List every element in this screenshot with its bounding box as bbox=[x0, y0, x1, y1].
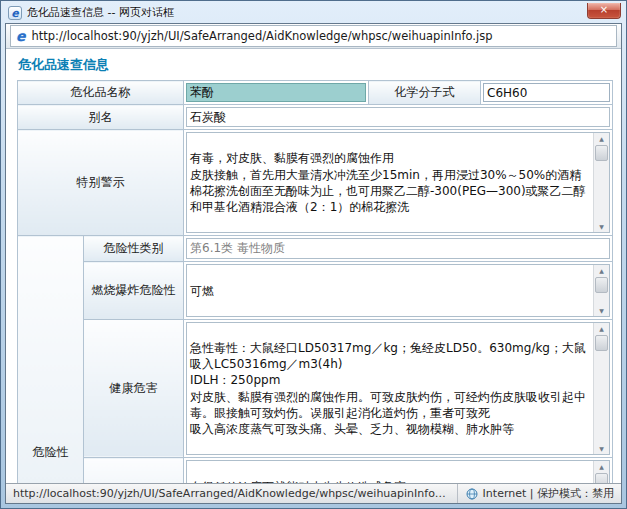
ie-icon: e bbox=[16, 29, 26, 43]
name-input[interactable] bbox=[186, 83, 366, 102]
table-row: 别名 石炭酸 bbox=[18, 105, 613, 130]
page-content: 危化品速查信息 危化品名称 化学分子式 别名 bbox=[6, 49, 621, 483]
health-text[interactable]: 急性毒性：大鼠经口LD50317mg／kg；兔经皮LD50。630mg/kg；大… bbox=[186, 322, 610, 456]
address-field[interactable]: e http://localhost:90/yjzh/UI/SafeArrang… bbox=[10, 25, 617, 47]
status-bar: http://localhost:90/yjzh/UI/SafeArranged… bbox=[6, 483, 621, 503]
environment-value: 在很低的浓度下就能对水生生物造成危害 在土壤中，只要2-5天时间就可完全降解 2… bbox=[190, 480, 406, 483]
vertical-scrollbar[interactable]: ▲▼ bbox=[593, 265, 609, 316]
vertical-scrollbar[interactable]: ▲▼ bbox=[593, 133, 609, 232]
explosion-label: 燃烧爆炸危险性 bbox=[84, 262, 184, 320]
scrollbar-thumb[interactable] bbox=[595, 145, 608, 161]
special-warning-label: 特别警示 bbox=[18, 130, 184, 236]
table-row: 特别警示 有毒，对皮肤、黏膜有强烈的腐蚀作用 皮肤接触，首先用大量清水冲洗至少1… bbox=[18, 130, 613, 236]
explosion-text[interactable]: 可燃 ▲▼ bbox=[186, 264, 610, 317]
table-row: 危化品名称 化学分子式 bbox=[18, 81, 613, 105]
window-title: 危化品速查信息 -- 网页对话框 bbox=[27, 5, 582, 20]
dialog-window: e 危化品速查信息 -- 网页对话框 × e http://localhost:… bbox=[0, 0, 627, 509]
browser-frame: e http://localhost:90/yjzh/UI/SafeArrang… bbox=[5, 23, 622, 504]
special-warning-value: 有毒，对皮肤、黏膜有强烈的腐蚀作用 皮肤接触，首先用大量清水冲洗至少15min，… bbox=[190, 151, 586, 214]
table-row: 环境影响 在很低的浓度下就能对水生生物造成危害 在土壤中，只要2-5天时间就可完… bbox=[18, 458, 613, 483]
page-heading: 危化品速查信息 bbox=[17, 53, 613, 80]
scrollbar-thumb[interactable] bbox=[595, 335, 608, 351]
scroll-up-icon[interactable]: ▲ bbox=[599, 323, 604, 334]
dialog-icon: e bbox=[8, 6, 22, 20]
health-label: 健康危害 bbox=[84, 319, 184, 458]
info-table: 危化品名称 化学分子式 别名 石炭酸 特别警示 bbox=[17, 80, 613, 483]
status-zone[interactable]: Internet | 保护模式：禁用 bbox=[457, 484, 614, 503]
address-url: http://localhost:90/yjzh/UI/SafeArranged… bbox=[32, 29, 493, 43]
titlebar[interactable]: e 危化品速查信息 -- 网页对话框 × bbox=[1, 1, 626, 23]
environment-label: 环境影响 bbox=[84, 458, 184, 483]
name-label: 危化品名称 bbox=[18, 81, 184, 105]
alias-label: 别名 bbox=[18, 105, 184, 130]
danger-category-label: 危险性类别 bbox=[84, 236, 184, 262]
table-row: 危险性 危险性类别 第6.1类 毒性物质 bbox=[18, 236, 613, 262]
status-url: http://localhost:90/yjzh/UI/SafeArranged… bbox=[13, 487, 449, 500]
scrollbar-thumb[interactable] bbox=[595, 473, 608, 483]
scroll-down-icon[interactable]: ▼ bbox=[599, 221, 604, 232]
vertical-scrollbar[interactable]: ▲▼ bbox=[593, 323, 609, 455]
health-value: 急性毒性：大鼠经口LD50317mg／kg；兔经皮LD50。630mg/kg；大… bbox=[190, 341, 586, 436]
table-row: 燃烧爆炸危险性 可燃 ▲▼ bbox=[18, 262, 613, 320]
status-zone-text: Internet | 保护模式：禁用 bbox=[483, 486, 614, 501]
special-warning-text[interactable]: 有毒，对皮肤、黏膜有强烈的腐蚀作用 皮肤接触，首先用大量清水冲洗至少15min，… bbox=[186, 132, 610, 233]
address-bar: e http://localhost:90/yjzh/UI/SafeArrang… bbox=[6, 24, 621, 49]
globe-icon bbox=[466, 488, 478, 500]
scrollbar-thumb[interactable] bbox=[595, 277, 608, 293]
close-button[interactable]: × bbox=[587, 3, 621, 19]
danger-section-label: 危险性 bbox=[18, 236, 84, 483]
table-row: 健康危害 急性毒性：大鼠经口LD50317mg／kg；兔经皮LD50。630mg… bbox=[18, 319, 613, 458]
formula-label: 化学分子式 bbox=[369, 81, 481, 105]
danger-category-text[interactable]: 第6.1类 毒性物质 bbox=[186, 238, 610, 258]
vertical-scrollbar[interactable]: ▲▼ bbox=[593, 461, 609, 483]
scroll-down-icon[interactable]: ▼ bbox=[599, 443, 604, 454]
scroll-up-icon[interactable]: ▲ bbox=[599, 461, 604, 472]
formula-input[interactable] bbox=[483, 83, 610, 102]
scroll-down-icon[interactable]: ▼ bbox=[599, 305, 604, 316]
explosion-value: 可燃 bbox=[190, 284, 214, 298]
alias-value[interactable]: 石炭酸 bbox=[186, 107, 610, 127]
scroll-up-icon[interactable]: ▲ bbox=[599, 133, 604, 144]
environment-text[interactable]: 在很低的浓度下就能对水生生物造成危害 在土壤中，只要2-5天时间就可完全降解 2… bbox=[186, 460, 610, 483]
scroll-up-icon[interactable]: ▲ bbox=[599, 265, 604, 276]
